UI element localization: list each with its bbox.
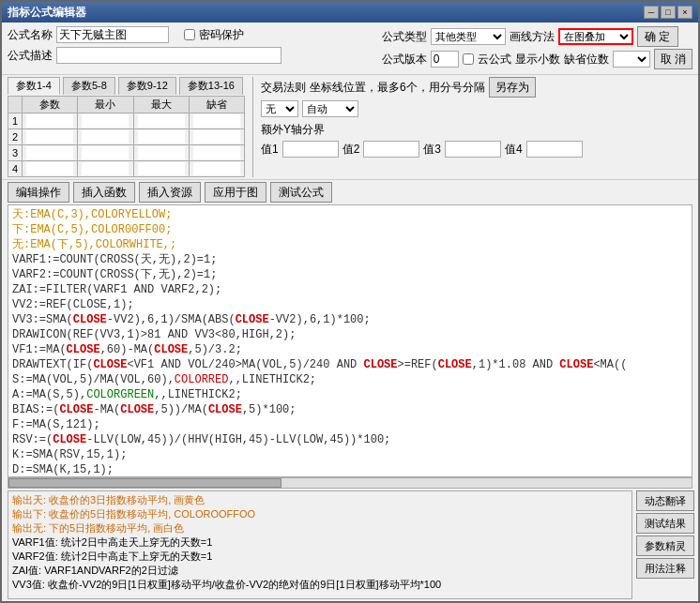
- edit-button[interactable]: 编辑操作: [8, 182, 69, 203]
- params-table: 参数 最小 最大 缺省 1 2: [8, 96, 245, 177]
- param2-default[interactable]: [193, 130, 240, 143]
- horizontal-scrollbar[interactable]: [8, 477, 692, 489]
- col-num: [8, 97, 23, 113]
- param1-input[interactable]: [26, 114, 73, 128]
- show-small-label: 显示小数: [515, 52, 560, 68]
- type-label: 公式类型: [382, 29, 427, 45]
- yaxis-label: 额外Y轴分界: [261, 122, 325, 138]
- coord-label: 坐标线位置，最多6个，用分号分隔: [310, 80, 485, 96]
- param4-max[interactable]: [138, 162, 185, 175]
- tab-params5-8[interactable]: 参数5-8: [63, 77, 115, 95]
- param3-min[interactable]: [82, 146, 129, 159]
- table-row: 2: [8, 129, 245, 145]
- draw-label: 画线方法: [510, 29, 555, 45]
- close-button[interactable]: ×: [677, 6, 692, 19]
- desc-line: 输出下: 收盘价的5日指数移动平均, COLOROOFFOO: [12, 507, 628, 521]
- draw-select[interactable]: 在图叠加: [558, 28, 633, 45]
- minimize-button[interactable]: ─: [644, 6, 659, 19]
- table-row: 1: [8, 113, 245, 129]
- param4-input[interactable]: [26, 162, 73, 175]
- val1-label: 值1: [261, 142, 279, 158]
- param1-min[interactable]: [82, 114, 129, 128]
- code-line: VARF1:=COUNT(CROSS(天,无),2)=1;: [12, 252, 688, 267]
- auto-select[interactable]: 自动: [302, 100, 358, 117]
- col-param: 参数: [23, 97, 78, 113]
- title-bar: 指标公式编辑器 ─ □ ×: [2, 2, 698, 23]
- row-num-4: 4: [8, 161, 23, 177]
- param1-max[interactable]: [138, 114, 185, 128]
- main-window: 指标公式编辑器 ─ □ × 公式名称 密码保护 公式描述: [0, 0, 700, 603]
- desc-input[interactable]: [56, 47, 282, 64]
- code-line: K:=SMA(RSV,15,1);: [12, 447, 688, 462]
- tab-params1-4[interactable]: 参数1-4: [8, 77, 60, 95]
- code-line: 无:EMA(下,5),COLORWHITE,;: [12, 237, 688, 252]
- digits-select[interactable]: [613, 51, 650, 68]
- save-as-button[interactable]: 另存为: [489, 77, 536, 98]
- val4-input[interactable]: [526, 141, 583, 158]
- param2-min[interactable]: [82, 130, 129, 143]
- code-line: 下:EMA(C,5),COLOR00FF00;: [12, 222, 688, 237]
- trade-label: 交易法则: [261, 80, 306, 96]
- code-line: VF1:=MA(CLOSE,60)-MA(CLOSE,5)/3.2;: [12, 342, 688, 357]
- maximize-button[interactable]: □: [661, 6, 676, 19]
- param4-default[interactable]: [193, 162, 240, 175]
- desc-line: 输出无: 下的5日指数移动平均, 画白色: [12, 521, 628, 535]
- table-row: 3: [8, 145, 245, 161]
- insert-src-button[interactable]: 插入资源: [139, 182, 201, 203]
- cancel-button[interactable]: 取 消: [654, 49, 692, 69]
- type-select[interactable]: 其他类型: [431, 28, 506, 45]
- val1-input[interactable]: [282, 141, 339, 158]
- code-line: A:=MA(S,5),COLORGREEN,,LINETHICK2;: [12, 387, 688, 402]
- confirm-button[interactable]: 确 定: [637, 26, 678, 47]
- code-line: D:=SMA(K,15,1);: [12, 462, 688, 477]
- desc-line: ZAI值: VARF1ANDVARF2的2日过滤: [12, 564, 628, 578]
- password-checkbox[interactable]: [184, 29, 195, 40]
- desc-line: VARF2值: 统计2日中高走下上穿无的天数=1: [12, 550, 628, 564]
- usage-note-button[interactable]: 用法注释: [636, 558, 694, 579]
- name-input[interactable]: [56, 26, 169, 43]
- val3-input[interactable]: [445, 141, 501, 158]
- default-digits-label: 缺省位数: [564, 52, 609, 68]
- param1-default[interactable]: [193, 114, 240, 128]
- name-label: 公式名称: [8, 27, 53, 43]
- param-wizard-button[interactable]: 参数精灵: [636, 535, 694, 556]
- apply-button[interactable]: 应用于图: [205, 182, 266, 203]
- row-num-1: 1: [8, 113, 23, 129]
- tab-params9-12[interactable]: 参数9-12: [118, 77, 176, 95]
- description-area: 输出天: 收盘价的3日指数移动平均, 画黄色 输出下: 收盘价的5日指数移动平均…: [8, 490, 632, 599]
- code-line: 天:EMA(C,3),COLORYELLOW;: [12, 207, 688, 222]
- insert-func-button[interactable]: 插入函数: [73, 182, 135, 203]
- code-line: BIAS:=(CLOSE-MA(CLOSE,5))/MA(CLOSE,5)*10…: [12, 402, 688, 417]
- desc-line: VV3值: 收盘价-VV2的9日[1日权重]移动平均/收盘价-VV2的绝对值的9…: [12, 578, 628, 592]
- val2-input[interactable]: [363, 141, 419, 158]
- param3-input[interactable]: [26, 146, 73, 159]
- cloud-checkbox[interactable]: [463, 53, 474, 65]
- val4-label: 值4: [505, 142, 523, 158]
- code-line: DRAWICON(REF(VV3,1)>81 AND VV3<80,HIGH,2…: [12, 327, 688, 342]
- param3-default[interactable]: [193, 146, 240, 159]
- cloud-label: 云公式: [478, 52, 511, 68]
- dynamic-translate-button[interactable]: 动态翻译: [636, 490, 694, 511]
- window-controls: ─ □ ×: [644, 6, 692, 19]
- code-line: VV2:=REF(CLOSE,1);: [12, 297, 688, 312]
- test-result-button[interactable]: 测试结果: [636, 513, 694, 534]
- param2-max[interactable]: [138, 130, 185, 143]
- table-row: 4: [8, 161, 245, 177]
- version-input[interactable]: [431, 51, 459, 68]
- desc-line: VARF1值: 统计2日中高走天上穿无的天数=1: [12, 535, 628, 550]
- param3-max[interactable]: [138, 146, 185, 159]
- param4-min[interactable]: [82, 162, 129, 175]
- val2-label: 值2: [342, 142, 360, 158]
- trade-select[interactable]: 无: [261, 100, 298, 117]
- code-editor[interactable]: 天:EMA(C,3),COLORYELLOW; 下:EMA(C,5),COLOR…: [8, 204, 692, 477]
- col-max: 最大: [133, 97, 189, 113]
- toolbar: 编辑操作 插入函数 插入资源 应用于图 测试公式: [2, 180, 698, 204]
- desc-line: 输出天: 收盘价的3日指数移动平均, 画黄色: [12, 493, 628, 507]
- desc-label: 公式描述: [8, 48, 53, 64]
- tab-params13-16[interactable]: 参数13-16: [179, 77, 243, 95]
- col-min: 最小: [78, 97, 133, 113]
- code-line: VV3:=SMA(CLOSE-VV2),6,1)/SMA(ABS(CLOSE-V…: [12, 312, 688, 327]
- window-title: 指标公式编辑器: [8, 5, 86, 21]
- test-button[interactable]: 测试公式: [270, 182, 332, 203]
- param2-input[interactable]: [26, 130, 73, 143]
